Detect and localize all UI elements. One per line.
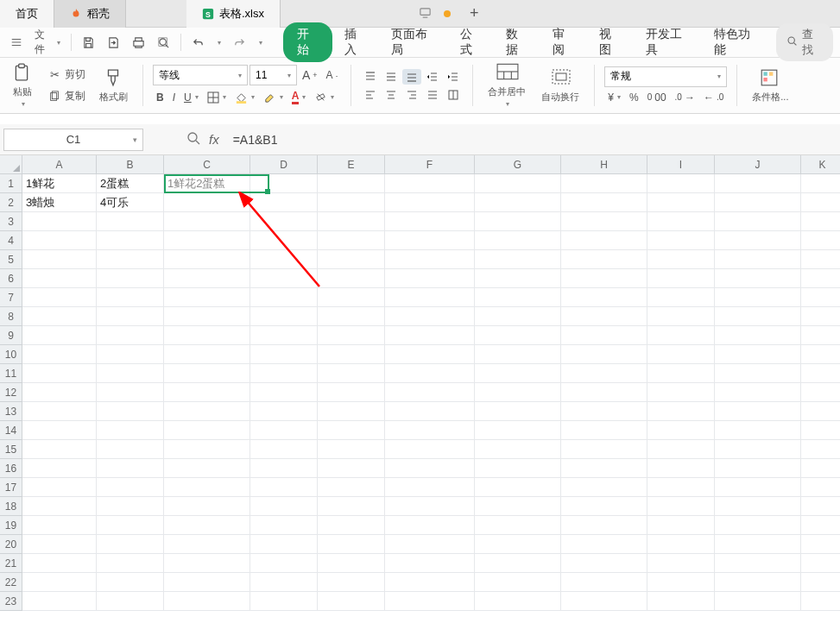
- ribbon-tab-data[interactable]: 数据: [494, 22, 540, 62]
- grow-font-button[interactable]: A+: [299, 66, 321, 84]
- cell-J12[interactable]: [715, 383, 801, 402]
- cell-A23[interactable]: [22, 592, 97, 611]
- cell-B22[interactable]: [97, 573, 164, 592]
- cell-E9[interactable]: [318, 326, 385, 345]
- cell-C1[interactable]: 1鲜花2蛋糕: [164, 174, 250, 193]
- cell-D7[interactable]: [250, 288, 318, 307]
- cell-C7[interactable]: [164, 288, 250, 307]
- cell-C15[interactable]: [164, 440, 250, 459]
- cell-H6[interactable]: [561, 269, 647, 288]
- cell-I14[interactable]: [647, 421, 715, 440]
- cell-F11[interactable]: [385, 364, 475, 383]
- cell-C17[interactable]: [164, 478, 250, 497]
- cell-G9[interactable]: [475, 326, 561, 345]
- search-box[interactable]: 查找: [776, 23, 833, 61]
- cell-H2[interactable]: [561, 193, 647, 212]
- row-header-20[interactable]: 20: [0, 535, 22, 554]
- cell-G11[interactable]: [475, 364, 561, 383]
- cell-G23[interactable]: [475, 592, 561, 611]
- cell-K7[interactable]: [801, 288, 840, 307]
- cell-D1[interactable]: [250, 174, 318, 193]
- row-header-23[interactable]: 23: [0, 592, 22, 611]
- cell-B3[interactable]: [97, 212, 164, 231]
- increase-decimal-button[interactable]: .0→: [672, 90, 698, 105]
- cell-E20[interactable]: [318, 535, 385, 554]
- cell-I15[interactable]: [647, 440, 715, 459]
- cell-J6[interactable]: [715, 269, 801, 288]
- cell-A3[interactable]: [22, 212, 97, 231]
- cell-G1[interactable]: [475, 174, 561, 193]
- highlight-button[interactable]: ▾: [260, 89, 287, 105]
- cell-K17[interactable]: [801, 478, 840, 497]
- cell-D13[interactable]: [250, 402, 318, 421]
- cell-H11[interactable]: [561, 364, 647, 383]
- cell-I7[interactable]: [647, 288, 715, 307]
- cell-H14[interactable]: [561, 421, 647, 440]
- cell-H8[interactable]: [561, 307, 647, 326]
- cell-D9[interactable]: [250, 326, 318, 345]
- cell-H18[interactable]: [561, 497, 647, 516]
- column-header-F[interactable]: F: [385, 155, 475, 174]
- cell-B8[interactable]: [97, 307, 164, 326]
- cell-F19[interactable]: [385, 516, 475, 535]
- number-format-select[interactable]: 常规 ▾: [604, 66, 727, 87]
- cell-D23[interactable]: [250, 592, 318, 611]
- cell-E17[interactable]: [318, 478, 385, 497]
- orientation-button[interactable]: [444, 87, 463, 103]
- cell-I8[interactable]: [647, 307, 715, 326]
- row-header-8[interactable]: 8: [0, 307, 22, 326]
- spreadsheet-grid[interactable]: ABCDEFGHIJK11鲜花2蛋糕1鲜花2蛋糕23蜡烛4可乐345678910…: [0, 155, 840, 623]
- cell-F18[interactable]: [385, 497, 475, 516]
- cell-E16[interactable]: [318, 459, 385, 478]
- tab-file[interactable]: S 表格.xlsx: [186, 0, 281, 28]
- cell-A11[interactable]: [22, 364, 97, 383]
- cell-K23[interactable]: [801, 592, 840, 611]
- cell-C22[interactable]: [164, 573, 250, 592]
- indent-increase-button[interactable]: [444, 69, 463, 85]
- cell-B9[interactable]: [97, 326, 164, 345]
- cell-I23[interactable]: [647, 592, 715, 611]
- cell-K2[interactable]: [801, 193, 840, 212]
- cell-G20[interactable]: [475, 535, 561, 554]
- shrink-font-button[interactable]: A-: [323, 67, 342, 83]
- cell-D8[interactable]: [250, 307, 318, 326]
- cell-D16[interactable]: [250, 459, 318, 478]
- cell-B11[interactable]: [97, 364, 164, 383]
- cell-G18[interactable]: [475, 497, 561, 516]
- column-header-B[interactable]: B: [97, 155, 164, 174]
- cell-A19[interactable]: [22, 516, 97, 535]
- cell-C4[interactable]: [164, 231, 250, 250]
- cell-C13[interactable]: [164, 402, 250, 421]
- cell-J13[interactable]: [715, 402, 801, 421]
- cell-J18[interactable]: [715, 497, 801, 516]
- cell-A14[interactable]: [22, 421, 97, 440]
- cell-J2[interactable]: [715, 193, 801, 212]
- row-header-6[interactable]: 6: [0, 269, 22, 288]
- cell-I20[interactable]: [647, 535, 715, 554]
- cell-J21[interactable]: [715, 554, 801, 573]
- bold-button[interactable]: B: [153, 90, 167, 105]
- ribbon-tab-insert[interactable]: 插入: [332, 22, 379, 62]
- row-header-21[interactable]: 21: [0, 554, 22, 573]
- cell-E8[interactable]: [318, 307, 385, 326]
- cell-H15[interactable]: [561, 440, 647, 459]
- cell-B20[interactable]: [97, 535, 164, 554]
- cell-K22[interactable]: [801, 573, 840, 592]
- cell-J17[interactable]: [715, 478, 801, 497]
- cell-F14[interactable]: [385, 421, 475, 440]
- cell-E2[interactable]: [318, 193, 385, 212]
- cell-F12[interactable]: [385, 383, 475, 402]
- align-right-button[interactable]: [402, 87, 421, 103]
- cell-E15[interactable]: [318, 440, 385, 459]
- cell-H12[interactable]: [561, 383, 647, 402]
- cell-J16[interactable]: [715, 459, 801, 478]
- cell-D11[interactable]: [250, 364, 318, 383]
- row-header-14[interactable]: 14: [0, 421, 22, 440]
- align-left-button[interactable]: [361, 87, 380, 103]
- cell-G17[interactable]: [475, 478, 561, 497]
- cell-C10[interactable]: [164, 345, 250, 364]
- save-button[interactable]: [79, 34, 98, 52]
- cell-F15[interactable]: [385, 440, 475, 459]
- cell-J22[interactable]: [715, 573, 801, 592]
- print-preview-button[interactable]: [154, 34, 174, 52]
